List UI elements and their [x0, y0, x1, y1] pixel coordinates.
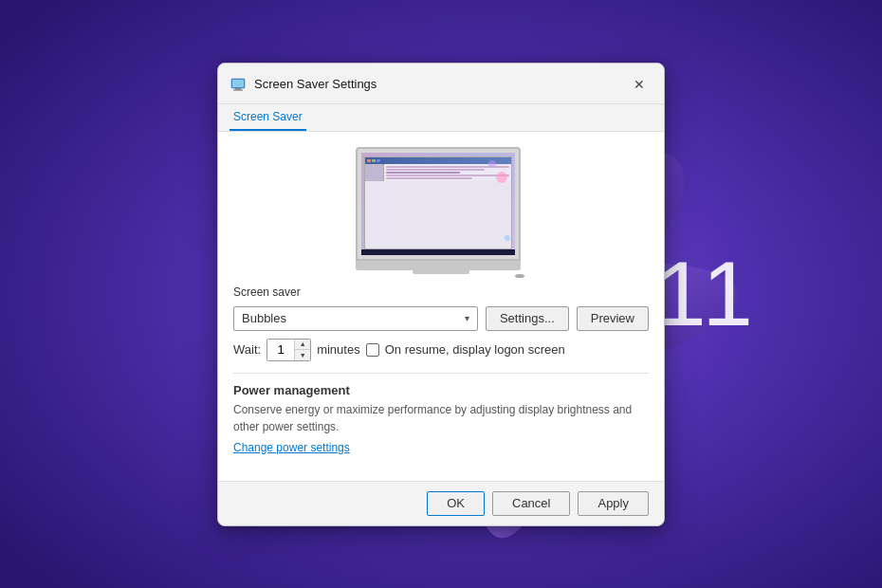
monitor-base [356, 261, 521, 270]
spinner-down-button[interactable]: ▼ [295, 350, 310, 361]
monitor-screen [361, 153, 515, 255]
monitor-preview [356, 147, 526, 270]
ok-button[interactable]: OK [427, 491, 485, 516]
svg-rect-11 [235, 88, 241, 90]
minutes-label: minutes [317, 342, 360, 357]
screen-content [361, 153, 515, 255]
monitor-power-button [515, 274, 524, 278]
wait-label: Wait: [233, 342, 261, 357]
tab-screen-saver[interactable]: Screen Saver [230, 104, 306, 131]
monitor-frame [356, 147, 521, 261]
tab-bar: Screen Saver [218, 104, 664, 132]
svg-rect-10 [232, 80, 244, 87]
wait-spinner[interactable]: 1 ▲ ▼ [266, 339, 311, 361]
dialog-body: Screen saver Bubbles ▾ Settings... Previ… [218, 132, 664, 481]
title-bar-left: Screen Saver Settings [230, 76, 377, 93]
cancel-button[interactable]: Cancel [492, 491, 570, 516]
preview-area [233, 147, 649, 270]
change-power-settings-link[interactable]: Change power settings [233, 441, 649, 454]
power-management-title: Power management [233, 383, 649, 397]
screen-saver-section: Screen saver Bubbles ▾ Settings... Previ… [233, 285, 649, 361]
dialog-footer: OK Cancel Apply [218, 481, 664, 525]
dropdown-value: Bubbles [242, 311, 286, 325]
divider [233, 373, 649, 374]
wait-row: Wait: 1 ▲ ▼ minutes On resume, display l… [233, 339, 649, 361]
wait-value[interactable]: 1 [267, 340, 294, 360]
dropdown-arrow-icon: ▾ [465, 313, 469, 323]
svg-rect-12 [233, 89, 243, 90]
dialog-title: Screen Saver Settings [254, 77, 377, 91]
logon-screen-label: On resume, display logon screen [385, 342, 565, 357]
dialog-overlay: Screen Saver Settings ✕ Screen Saver [0, 0, 882, 588]
power-management-section: Power management Conserve energy or maxi… [233, 383, 649, 454]
spinner-up-button[interactable]: ▲ [295, 339, 310, 350]
title-bar: Screen Saver Settings ✕ [218, 64, 664, 104]
monitor-icon [230, 76, 247, 93]
settings-button[interactable]: Settings... [486, 306, 569, 331]
logon-screen-row: On resume, display logon screen [366, 342, 565, 357]
close-button[interactable]: ✕ [626, 73, 652, 96]
power-management-description: Conserve energy or maximize performance … [233, 401, 649, 435]
logon-screen-checkbox[interactable] [366, 343, 379, 357]
apply-button[interactable]: Apply [578, 491, 649, 516]
screen-saver-controls-row: Bubbles ▾ Settings... Preview [233, 306, 649, 331]
preview-button[interactable]: Preview [577, 306, 649, 331]
screen-saver-label: Screen saver [233, 285, 649, 299]
screen-saver-dropdown[interactable]: Bubbles ▾ [233, 306, 478, 331]
screen-saver-settings-dialog: Screen Saver Settings ✕ Screen Saver [217, 63, 665, 526]
spinner-buttons: ▲ ▼ [294, 339, 310, 361]
